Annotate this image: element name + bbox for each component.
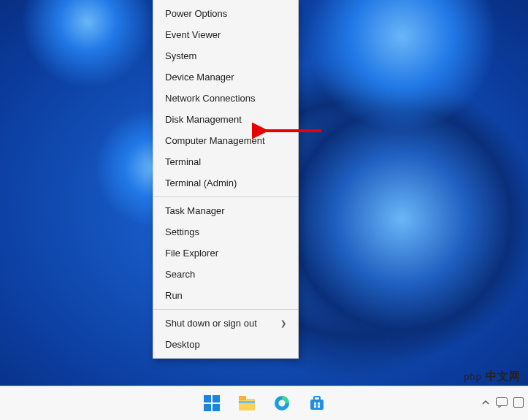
menu-item-network-connections[interactable]: Network Connections <box>153 88 298 109</box>
svg-rect-8 <box>314 397 320 400</box>
menu-item-power-options[interactable]: Power Options <box>153 3 298 24</box>
file-explorer-taskbar-icon[interactable] <box>238 394 256 412</box>
menu-label: Network Connections <box>165 93 256 104</box>
store-taskbar-icon[interactable] <box>308 394 326 412</box>
winx-context-menu: Power Options Event Viewer System Device… <box>153 0 299 359</box>
menu-item-computer-management[interactable]: Computer Management <box>153 130 298 151</box>
svg-rect-11 <box>314 405 316 408</box>
edge-taskbar-icon[interactable] <box>273 394 291 412</box>
menu-item-task-manager[interactable]: Task Manager <box>153 200 298 221</box>
menu-label: Shut down or sign out <box>165 318 257 329</box>
svg-rect-12 <box>318 405 320 408</box>
watermark: php 中文网 <box>464 370 521 383</box>
svg-rect-14 <box>514 397 524 407</box>
svg-rect-9 <box>314 402 316 405</box>
menu-item-settings[interactable]: Settings <box>153 221 298 243</box>
menu-item-event-viewer[interactable]: Event Viewer <box>153 24 298 45</box>
menu-label: Event Viewer <box>165 29 221 40</box>
svg-rect-13 <box>497 397 508 405</box>
taskbar <box>0 386 528 420</box>
tray-overflow-icon[interactable] <box>481 398 490 409</box>
menu-item-device-manager[interactable]: Device Manager <box>153 66 298 88</box>
tray-notification-icon[interactable] <box>513 397 524 410</box>
menu-item-search[interactable]: Search <box>153 264 298 285</box>
menu-separator <box>153 309 298 310</box>
menu-label: Search <box>165 269 195 280</box>
svg-rect-2 <box>239 399 255 411</box>
svg-rect-3 <box>239 396 246 400</box>
svg-point-6 <box>278 400 285 407</box>
menu-label: Device Manager <box>165 72 234 83</box>
menu-label: Disk Management <box>165 114 242 125</box>
menu-item-desktop[interactable]: Desktop <box>153 334 298 355</box>
menu-label: Computer Management <box>165 135 265 146</box>
menu-label: Run <box>165 290 183 301</box>
menu-label: Terminal <box>165 156 201 167</box>
watermark-php: php <box>464 371 482 382</box>
taskbar-center <box>203 394 326 412</box>
menu-label: System <box>165 50 196 61</box>
menu-item-run[interactable]: Run <box>153 285 298 306</box>
menu-label: Power Options <box>165 8 227 19</box>
menu-item-shutdown[interactable]: Shut down or sign out ❯ <box>153 313 298 334</box>
menu-item-disk-management[interactable]: Disk Management <box>153 109 298 130</box>
svg-rect-10 <box>318 402 320 405</box>
svg-rect-7 <box>310 400 324 410</box>
windows-logo-icon <box>204 395 220 411</box>
system-tray <box>481 397 524 410</box>
menu-label: File Explorer <box>165 248 218 259</box>
menu-item-file-explorer[interactable]: File Explorer <box>153 243 298 264</box>
menu-label: Desktop <box>165 339 200 350</box>
tray-chat-icon[interactable] <box>496 397 508 410</box>
start-button[interactable] <box>203 394 221 412</box>
watermark-main: 中文网 <box>486 370 521 382</box>
menu-item-terminal-admin[interactable]: Terminal (Admin) <box>153 172 298 194</box>
menu-item-terminal[interactable]: Terminal <box>153 151 298 172</box>
menu-label: Terminal (Admin) <box>165 177 237 188</box>
menu-item-system[interactable]: System <box>153 45 298 66</box>
svg-rect-4 <box>239 401 255 403</box>
menu-label: Task Manager <box>165 205 225 216</box>
menu-label: Settings <box>165 226 199 237</box>
menu-separator <box>153 196 298 197</box>
chevron-right-icon: ❯ <box>280 319 286 327</box>
